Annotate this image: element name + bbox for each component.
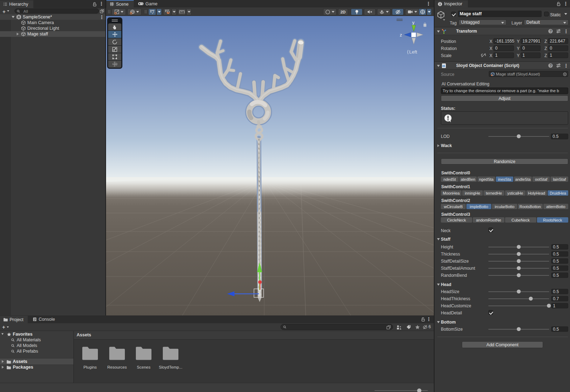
svg-text:?: ? [549, 29, 552, 33]
svg-text:⟨ Left: ⟨ Left [407, 49, 417, 55]
svg-text:Y: Y [151, 12, 154, 15]
svg-text:?: ? [549, 64, 552, 68]
svg-text:C#: C# [443, 65, 446, 67]
svg-text:y: y [412, 20, 415, 25]
svg-text:z: z [400, 32, 402, 38]
